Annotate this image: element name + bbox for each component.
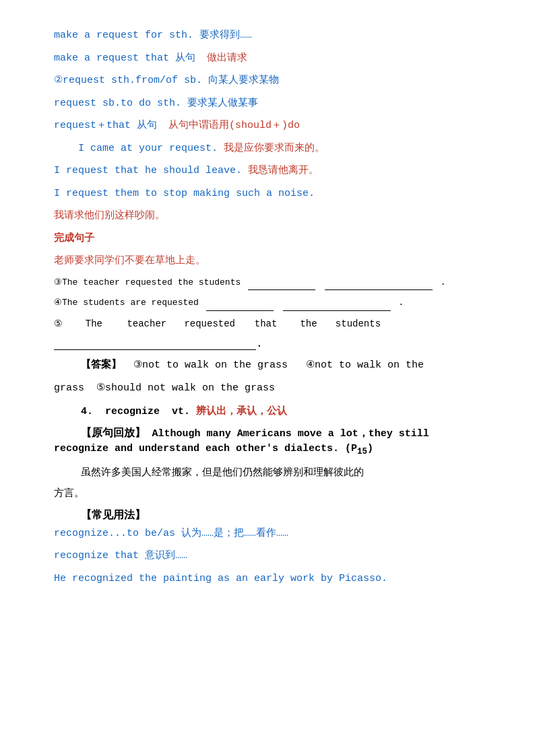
blank-4-2 [283,300,391,311]
line-example1: I came at your request. 我是应你要求而来的。 [54,140,481,158]
line-request-from: ②request sth.from/of sb. 向某人要求某物 [54,72,481,90]
line-example3-cn: 我请求他们别这样吵闹。 [54,207,481,225]
blank-4-1 [206,300,274,311]
exercise-3: ③The teacher requested the students . [54,275,481,291]
main-content: make a request for sth. 要求得到…… make a re… [54,27,481,587]
translation-block: 虽然许多美国人经常搬家，但是他们仍然能够辨别和理解彼此的 [54,465,481,482]
answer-line2: grass ⑤should not walk on the grass [54,380,481,397]
blank-3-2 [325,279,433,290]
exercise-5-line2: . [54,338,481,350]
line-request-that: request＋that 从句 从句中谓语用(should＋)do [54,117,481,135]
complete-sentence-task: 老师要求同学们不要在草地上走。 [54,252,481,270]
answer-line: 【答案】 ③not to walk on the grass ④not to w… [54,357,481,374]
line-make-request-that: make a request that 从句 做出请求 [54,50,481,67]
blank-5 [54,339,256,350]
original-sentence-block: 【原句回放】 Although many Americans move a lo… [54,426,481,440]
blank-3-1 [248,279,315,290]
line-example3: I request them to stop making such a noi… [54,185,481,203]
exercise-4: ④The students are requested . [54,296,481,311]
common-usage-example: He recognized the painting as an early w… [54,570,481,588]
word4-header: 4. recognize vt. 辨认出，承认，公认 [54,403,481,421]
original-sentence-line2: recognize and understand each other's di… [54,440,481,459]
translation-line2: 方言。 [54,485,481,503]
answer-section: 【答案】 ③not to walk on the grass ④not to w… [54,357,481,397]
line-make-request-for: make a request for sth. 要求得到…… [54,27,481,44]
line-request-sb: request sb.to do sth. 要求某人做某事 [54,95,481,112]
common-usage-2: recognize that 意识到…… [54,547,481,565]
common-usage-title: 【常见用法】 [54,508,481,522]
complete-sentence-title: 完成句子 [54,230,481,248]
line-example2: I request that he should leave. 我恳请他离开。 [54,162,481,180]
exercise-5-line1: ⑤ The teacher requested that the student… [54,316,481,333]
common-usage-1: recognize...to be/as 认为……是；把……看作…… [54,525,481,543]
